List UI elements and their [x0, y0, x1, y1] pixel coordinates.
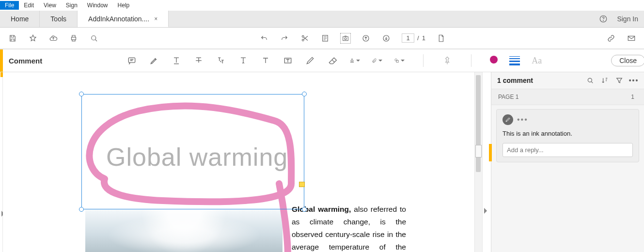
comments-count-label: 1 comment: [497, 77, 533, 84]
page-indicator: 1 / 1: [402, 33, 425, 43]
comment-toolbar-title: Comment: [3, 57, 49, 65]
resize-handle-bl[interactable]: [79, 207, 84, 212]
resize-handle-tr[interactable]: [302, 92, 307, 96]
menu-edit[interactable]: Edit: [19, 1, 39, 10]
right-accent-marker: [489, 144, 492, 161]
menu-file[interactable]: File: [0, 1, 19, 10]
page-display-icon[interactable]: [320, 33, 330, 43]
workspace: Global warming Global warming, also refe…: [0, 72, 644, 252]
pin-icon[interactable]: [442, 55, 453, 66]
eraser-icon[interactable]: [327, 55, 338, 66]
search-comments-icon[interactable]: [586, 76, 595, 85]
filter-comments-icon[interactable]: [615, 76, 624, 85]
insert-text-icon[interactable]: [238, 55, 249, 66]
menu-bar: File Edit View Sign Window Help: [0, 0, 644, 11]
attachment-icon[interactable]: [372, 55, 382, 66]
comments-page-group[interactable]: PAGE 1 1: [491, 89, 644, 105]
sticky-note-icon[interactable]: [126, 55, 137, 66]
svg-rect-12: [129, 58, 135, 63]
svg-point-4: [302, 39, 304, 41]
shapes-icon[interactable]: [394, 55, 405, 66]
sort-comments-icon[interactable]: [600, 76, 609, 85]
color-picker[interactable]: [490, 56, 498, 65]
document-image: [85, 209, 283, 252]
print-icon[interactable]: [69, 33, 79, 43]
cut-icon[interactable]: [300, 33, 310, 43]
svg-point-5: [302, 35, 304, 37]
star-icon[interactable]: [28, 33, 38, 43]
text-style-icon[interactable]: Aa: [532, 56, 542, 66]
comments-panel: 1 comment ••• PAGE 1 1 ••• This is an in…: [491, 72, 644, 252]
undo-icon[interactable]: [259, 33, 269, 43]
mail-icon[interactable]: [627, 33, 636, 43]
comment-text: This is an ink annotation.: [503, 130, 633, 137]
help-icon[interactable]: [598, 14, 608, 24]
tab-document-label: AddInkAnnotation....: [88, 15, 149, 23]
resize-handle-br[interactable]: [302, 207, 307, 212]
cloud-upload-icon[interactable]: [48, 33, 58, 43]
quick-toolbar: 1 / 1: [0, 28, 644, 49]
menu-sign[interactable]: Sign: [61, 1, 82, 10]
strikethrough-icon[interactable]: [193, 55, 204, 66]
page-total: 1: [422, 34, 425, 42]
comments-page-count: 1: [631, 94, 634, 100]
underline-text-icon[interactable]: [171, 55, 182, 66]
right-gutter: [482, 72, 491, 252]
svg-rect-11: [628, 36, 635, 40]
menu-view[interactable]: View: [39, 1, 61, 10]
resize-handle-tl[interactable]: [79, 92, 84, 96]
comment-card[interactable]: ••• This is an ink annotation.: [496, 109, 639, 162]
tabs-row: Home Tools AddInkAnnotation.... × Sign I…: [0, 11, 644, 28]
page-current-input[interactable]: 1: [402, 33, 414, 43]
svg-point-16: [588, 78, 592, 82]
tab-tools[interactable]: Tools: [40, 11, 78, 27]
tab-close-icon[interactable]: ×: [154, 16, 157, 22]
replace-text-icon[interactable]: [216, 55, 226, 66]
stamp-icon[interactable]: [349, 55, 360, 66]
page-thumbnail-icon[interactable]: [436, 33, 446, 43]
svg-point-8: [345, 37, 346, 39]
link-icon[interactable]: [606, 33, 616, 43]
svg-point-3: [92, 35, 96, 40]
scrollbar-grip[interactable]: [475, 145, 482, 158]
tab-home[interactable]: Home: [0, 11, 40, 27]
line-weight-picker[interactable]: [509, 56, 520, 65]
svg-rect-2: [72, 37, 76, 39]
tab-document[interactable]: AddInkAnnotation.... ×: [78, 11, 169, 27]
down-arrow-circle-icon[interactable]: [381, 33, 391, 43]
close-panel-button[interactable]: Close: [611, 55, 644, 66]
save-icon[interactable]: [8, 33, 17, 43]
more-options-icon[interactable]: •••: [629, 76, 638, 85]
right-panel-expand-icon[interactable]: [484, 208, 490, 214]
comment-type-pencil-icon: [503, 114, 513, 125]
highlight-icon[interactable]: [149, 55, 159, 66]
textbox-icon[interactable]: [283, 55, 293, 66]
scrollbar-thumb[interactable]: [476, 75, 481, 172]
pencil-draw-icon[interactable]: [305, 55, 315, 66]
comments-page-label: PAGE 1: [498, 94, 518, 100]
annotation-note-tag-icon[interactable]: [299, 182, 305, 187]
up-arrow-circle-icon[interactable]: [361, 33, 371, 43]
comment-toolbar: Comment Aa Close: [0, 49, 644, 72]
zoom-icon[interactable]: [89, 33, 99, 43]
scrollbar[interactable]: [474, 72, 482, 252]
svg-point-14: [395, 59, 397, 61]
document-body: Global warming, also referred to as clim…: [292, 203, 406, 252]
sign-in-button[interactable]: Sign In: [617, 15, 638, 23]
menu-help[interactable]: Help: [113, 1, 135, 10]
svg-point-1: [603, 20, 604, 21]
comment-more-icon[interactable]: •••: [517, 115, 528, 124]
document-area[interactable]: Global warming Global warming, also refe…: [3, 72, 474, 252]
snapshot-icon[interactable]: [341, 33, 350, 43]
annotation-selection[interactable]: [81, 94, 304, 209]
redo-icon[interactable]: [280, 33, 289, 43]
add-text-icon[interactable]: [260, 55, 271, 66]
menu-window[interactable]: Window: [82, 1, 113, 10]
svg-rect-7: [343, 36, 348, 40]
reply-input[interactable]: [503, 143, 633, 157]
